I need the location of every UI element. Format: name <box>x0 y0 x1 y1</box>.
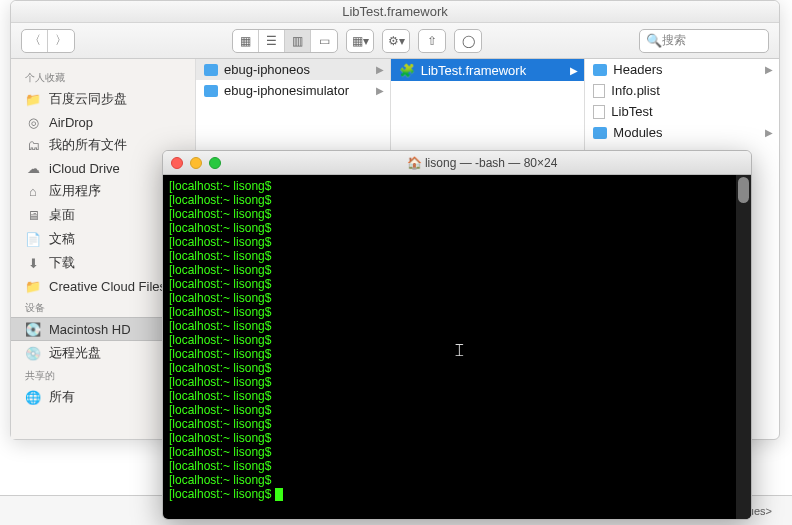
list-item[interactable]: ebug-iphonesimulator▶ <box>196 80 390 101</box>
minimize-button[interactable] <box>190 157 202 169</box>
chevron-right-icon: ▶ <box>570 65 578 76</box>
terminal-line: [localhost:~ lisong$ <box>169 221 745 235</box>
scrollbar[interactable] <box>736 175 751 519</box>
terminal-line: [localhost:~ lisong$ <box>169 431 745 445</box>
docs-icon: 📄 <box>25 231 41 247</box>
chevron-right-icon: ▶ <box>376 85 384 96</box>
folder-icon: 📁 <box>25 278 41 294</box>
nav-back-forward[interactable]: 〈 〉 <box>21 29 75 53</box>
folder-icon: 📁 <box>25 91 41 107</box>
terminal-line: [localhost:~ lisong$ <box>169 305 745 319</box>
finder-titlebar[interactable]: LibTest.framework <box>11 1 779 23</box>
tags-button[interactable]: ◯ <box>454 29 482 53</box>
terminal-line: [localhost:~ lisong$ <box>169 473 745 487</box>
folder-icon <box>204 64 218 76</box>
folder-icon <box>593 127 607 139</box>
list-item[interactable]: 🧩LibTest.framework▶ <box>391 59 585 81</box>
file-icon <box>593 84 605 98</box>
chevron-right-icon: ▶ <box>376 64 384 75</box>
sidebar-item-airdrop[interactable]: ◎AirDrop <box>11 111 195 133</box>
view-list[interactable]: ☰ <box>259 30 285 52</box>
list-item[interactable]: Modules▶ <box>585 122 779 143</box>
terminal-line: [localhost:~ lisong$ <box>169 487 745 501</box>
terminal-line: [localhost:~ lisong$ <box>169 361 745 375</box>
terminal-line: [localhost:~ lisong$ <box>169 375 745 389</box>
terminal-line: [localhost:~ lisong$ <box>169 389 745 403</box>
download-icon: ⬇ <box>25 255 41 271</box>
list-item[interactable]: Headers▶ <box>585 59 779 80</box>
action-menu[interactable]: ⚙▾ <box>382 29 410 53</box>
apps-icon: ⌂ <box>25 183 41 199</box>
list-item[interactable]: Info.plist <box>585 80 779 101</box>
list-item[interactable]: LibTest <box>585 101 779 122</box>
desktop-icon: 🖥 <box>25 207 41 223</box>
forward-button[interactable]: 〉 <box>48 30 74 52</box>
back-button[interactable]: 〈 <box>22 30 48 52</box>
view-columns[interactable]: ▥ <box>285 30 311 52</box>
terminal-titlebar[interactable]: 🏠 lisong — -bash — 80×24 <box>163 151 751 175</box>
text-cursor-icon: 𝙸 <box>453 343 466 357</box>
disk-icon: 💽 <box>25 321 41 337</box>
globe-icon: 🌐 <box>25 389 41 405</box>
allfiles-icon: 🗂 <box>25 137 41 153</box>
terminal-line: [localhost:~ lisong$ <box>169 445 745 459</box>
sidebar-item-baidu[interactable]: 📁百度云同步盘 <box>11 87 195 111</box>
terminal-line: [localhost:~ lisong$ <box>169 263 745 277</box>
search-placeholder: 搜索 <box>662 32 686 49</box>
share-button[interactable]: ⇧ <box>418 29 446 53</box>
finder-toolbar: 〈 〉 ▦ ☰ ▥ ▭ ▦▾ ⚙▾ ⇧ ◯ 🔍 搜索 <box>11 23 779 59</box>
view-gallery[interactable]: ▭ <box>311 30 337 52</box>
terminal-line: [localhost:~ lisong$ <box>169 179 745 193</box>
folder-icon <box>593 64 607 76</box>
search-field[interactable]: 🔍 搜索 <box>639 29 769 53</box>
terminal-line: [localhost:~ lisong$ <box>169 235 745 249</box>
zoom-button[interactable] <box>209 157 221 169</box>
list-item[interactable]: ebug-iphoneos▶ <box>196 59 390 80</box>
terminal-window: 🏠 lisong — -bash — 80×24 𝙸 [localhost:~ … <box>162 150 752 520</box>
sidebar-fav-head: 个人收藏 <box>11 67 195 87</box>
file-icon <box>593 105 605 119</box>
close-button[interactable] <box>171 157 183 169</box>
chevron-right-icon: ▶ <box>765 64 773 75</box>
terminal-line: [localhost:~ lisong$ <box>169 193 745 207</box>
terminal-line: [localhost:~ lisong$ <box>169 291 745 305</box>
terminal-line: [localhost:~ lisong$ <box>169 403 745 417</box>
cloud-icon: ☁ <box>25 160 41 176</box>
chevron-right-icon: ▶ <box>765 127 773 138</box>
finder-title-text: LibTest.framework <box>342 4 447 19</box>
terminal-title-text: 🏠 lisong — -bash — 80×24 <box>221 156 743 170</box>
terminal-cursor <box>275 488 283 501</box>
terminal-line: [localhost:~ lisong$ <box>169 277 745 291</box>
arrange-menu[interactable]: ▦▾ <box>346 29 374 53</box>
terminal-line: [localhost:~ lisong$ <box>169 417 745 431</box>
disc-icon: 💿 <box>25 345 41 361</box>
folder-icon <box>204 85 218 97</box>
view-mode-group[interactable]: ▦ ☰ ▥ ▭ <box>232 29 338 53</box>
airdrop-icon: ◎ <box>25 114 41 130</box>
terminal-body[interactable]: 𝙸 [localhost:~ lisong$[localhost:~ lison… <box>163 175 751 519</box>
terminal-line: [localhost:~ lisong$ <box>169 319 745 333</box>
terminal-line: [localhost:~ lisong$ <box>169 249 745 263</box>
view-icon[interactable]: ▦ <box>233 30 259 52</box>
scroll-thumb[interactable] <box>738 177 749 203</box>
home-icon: 🏠 <box>407 156 422 170</box>
framework-icon: 🧩 <box>399 62 415 78</box>
terminal-line: [localhost:~ lisong$ <box>169 207 745 221</box>
search-icon: 🔍 <box>646 33 662 49</box>
terminal-line: [localhost:~ lisong$ <box>169 459 745 473</box>
traffic-lights <box>171 157 221 169</box>
